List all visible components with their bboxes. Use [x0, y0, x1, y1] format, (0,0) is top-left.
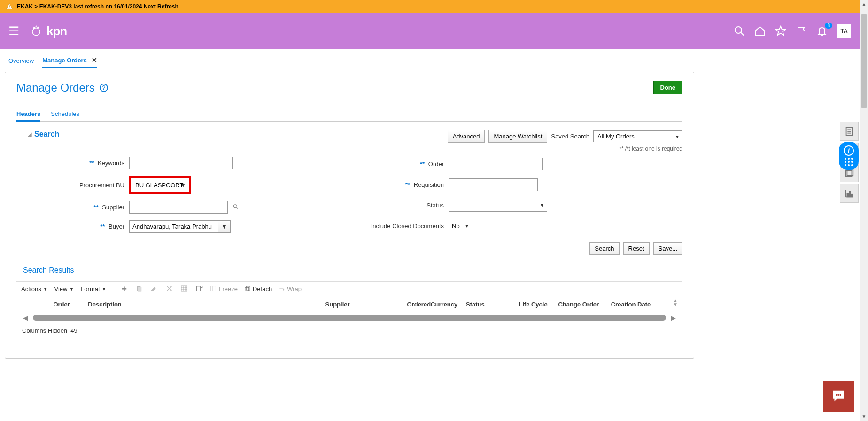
keypad-icon: [845, 158, 853, 166]
manage-watchlist-button[interactable]: Manage Watchlist: [488, 130, 547, 143]
search-icon[interactable]: [734, 25, 745, 37]
home-icon[interactable]: [754, 25, 766, 37]
flag-icon[interactable]: [796, 25, 807, 37]
svg-rect-36: [849, 191, 851, 197]
add-icon[interactable]: ✚: [120, 284, 128, 293]
results-title: Search Results: [23, 266, 682, 275]
svg-point-4: [36, 25, 37, 26]
search-icon[interactable]: [232, 203, 239, 211]
view-menu[interactable]: View ▼: [54, 285, 74, 292]
svg-rect-37: [852, 194, 853, 197]
col-change-order[interactable]: Change Order: [558, 301, 611, 308]
scrollbar-track[interactable]: [33, 315, 666, 321]
col-status[interactable]: Status: [466, 301, 519, 308]
scroll-left-icon[interactable]: ◀: [21, 314, 30, 321]
edit-icon[interactable]: [150, 284, 158, 293]
help-icon[interactable]: ?: [100, 84, 108, 92]
columns-hidden-count: 49: [70, 327, 77, 334]
reset-button[interactable]: Reset: [623, 242, 650, 255]
detach-button[interactable]: Detach: [244, 285, 272, 292]
advanced-button[interactable]: Advanced: [448, 130, 485, 143]
notification-text: EKAK > EKAK-DEV3 last refresh on 16/01/2…: [17, 3, 178, 10]
scrollbar-thumb[interactable]: [861, 14, 867, 108]
supplier-input[interactable]: [129, 201, 228, 214]
procurement-bu-select[interactable]: BU GLASPOORT: [132, 179, 188, 191]
sub-tabs: Headers Schedules: [16, 107, 682, 122]
search-section-title[interactable]: ◢ Search: [28, 130, 59, 138]
col-order[interactable]: Order: [35, 301, 88, 308]
rail-chart-icon[interactable]: [840, 184, 859, 203]
columns-hidden-label: Columns Hidden: [22, 327, 67, 334]
page-title-text: Manage Orders: [16, 81, 95, 94]
include-closed-label: Include Closed Documents: [326, 222, 449, 230]
status-label: Status: [326, 202, 449, 209]
status-select[interactable]: [449, 199, 547, 212]
include-closed-select[interactable]: No: [449, 220, 472, 232]
saved-search-label: Saved Search: [551, 133, 589, 140]
tab-label: Manage Orders: [42, 57, 87, 64]
keywords-input[interactable]: [129, 157, 232, 169]
col-ordered[interactable]: Ordered: [395, 301, 431, 308]
avatar[interactable]: TA: [837, 24, 851, 38]
scroll-up-icon[interactable]: ▲: [860, 0, 868, 8]
results-toolbar: Actions ▼ View ▼ Format ▼ ✚ ✕ Freeze Det…: [16, 281, 682, 296]
tab-manage-orders[interactable]: Manage Orders ✕: [42, 54, 97, 68]
svg-point-6: [735, 27, 742, 33]
freeze-button[interactable]: Freeze: [210, 285, 237, 292]
wrap-button[interactable]: Wrap: [279, 285, 302, 292]
content-panel: Manage Orders ? Done Headers Schedules ◢…: [5, 72, 694, 359]
requisition-input[interactable]: [449, 178, 538, 191]
svg-line-7: [741, 32, 744, 36]
procurement-bu-label: Procurement BU: [35, 182, 129, 189]
subtab-headers[interactable]: Headers: [16, 107, 40, 122]
col-currency[interactable]: Currency: [431, 301, 466, 308]
advanced-key: A: [453, 133, 457, 140]
actions-menu[interactable]: Actions ▼: [21, 285, 48, 292]
save-button[interactable]: Save...: [653, 242, 682, 255]
svg-rect-20: [211, 286, 216, 291]
table-header: Order Description Supplier Ordered Curre…: [16, 296, 682, 313]
subtab-schedules[interactable]: Schedules: [51, 107, 79, 121]
rail-document-icon[interactable]: [840, 122, 859, 141]
format-menu[interactable]: Format ▼: [80, 285, 106, 292]
scroll-right-icon[interactable]: ▶: [669, 314, 678, 321]
sort-arrows-icon[interactable]: ▲▼: [673, 299, 678, 306]
done-button[interactable]: Done: [653, 81, 683, 94]
saved-search-select[interactable]: All My Orders: [593, 130, 682, 142]
order-input[interactable]: [449, 158, 542, 170]
svg-rect-13: [138, 287, 142, 292]
buyer-dropdown-button[interactable]: ▼: [218, 220, 231, 233]
tab-overview[interactable]: Overview: [8, 54, 34, 68]
procurement-bu-highlight: BU GLASPOORT: [129, 176, 191, 194]
bell-icon[interactable]: 8: [816, 25, 828, 37]
close-icon[interactable]: ✕: [92, 56, 97, 64]
info-pill[interactable]: i: [839, 142, 859, 170]
svg-point-3: [33, 27, 34, 28]
menu-button[interactable]: ☰: [8, 24, 19, 38]
col-life-cycle[interactable]: Life Cycle: [519, 301, 558, 308]
info-icon: i: [844, 145, 854, 156]
col-description[interactable]: Description: [88, 301, 325, 308]
requisition-label: ** Requisition: [326, 181, 449, 188]
delete-icon[interactable]: ✕: [165, 284, 173, 293]
duplicate-icon[interactable]: [135, 284, 143, 293]
svg-rect-1: [9, 8, 9, 8]
svg-point-2: [32, 28, 40, 36]
logo[interactable]: kpn: [29, 23, 67, 38]
vertical-scrollbar[interactable]: ▲ ▼: [860, 0, 868, 363]
svg-rect-0: [9, 5, 9, 7]
col-creation-date[interactable]: Creation Date: [611, 301, 664, 308]
col-supplier[interactable]: Supplier: [326, 301, 396, 308]
notification-bar: EKAK > EKAK-DEV3 last refresh on 16/01/2…: [0, 0, 860, 13]
star-icon[interactable]: [775, 25, 786, 37]
buyer-input[interactable]: [129, 220, 218, 233]
svg-point-5: [38, 27, 39, 28]
app-header: ☰ kpn 8 TA: [0, 13, 860, 49]
collapse-icon: ◢: [28, 131, 31, 138]
grid-icon[interactable]: [180, 284, 188, 293]
notification-badge: 8: [825, 23, 832, 29]
search-button[interactable]: Search: [589, 242, 619, 255]
logo-text: kpn: [46, 24, 67, 38]
horizontal-scrollbar[interactable]: ◀ ▶: [16, 313, 682, 322]
export-icon[interactable]: [195, 284, 203, 293]
